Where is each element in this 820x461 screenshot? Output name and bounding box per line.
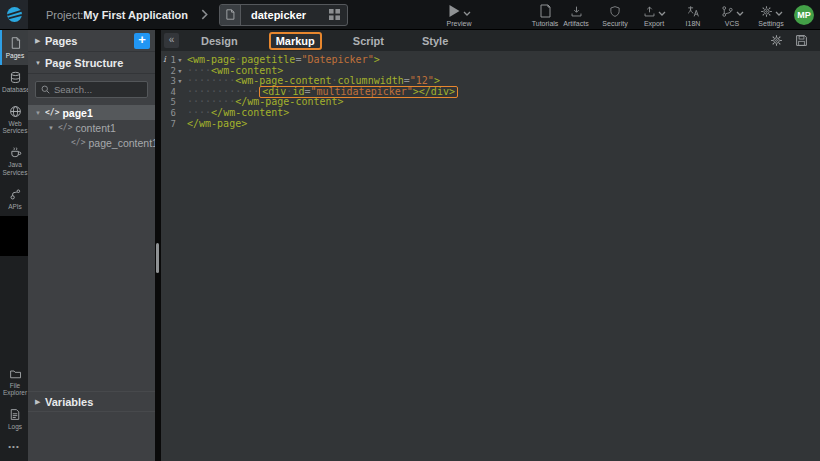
fold-caret-icon[interactable]: ▼ bbox=[176, 76, 184, 87]
chevron-down-icon[interactable] bbox=[736, 11, 744, 17]
caret-down-icon[interactable]: ▼ bbox=[47, 125, 55, 131]
code-indent: ···· bbox=[187, 65, 211, 76]
file-explorer-icon bbox=[9, 368, 22, 380]
tab-markup[interactable]: Markup bbox=[269, 32, 322, 50]
tree-item-page1[interactable]: ▼ </> page1 bbox=[28, 105, 155, 120]
sidebar-item-label: Web Services bbox=[2, 120, 28, 136]
caret-down-icon[interactable]: ▼ bbox=[34, 110, 42, 116]
code-token: ></div> bbox=[413, 86, 455, 97]
line-number: 2 bbox=[168, 66, 176, 77]
code-token: > bbox=[374, 54, 380, 65]
widget-node-icon: </> bbox=[45, 108, 59, 117]
code-token: <wm-page-content bbox=[235, 75, 331, 86]
chevron-down-icon[interactable] bbox=[463, 11, 471, 17]
settings-button[interactable]: Settings bbox=[756, 3, 786, 27]
page-structure-tree: ▼ </> page1▼ </> content1 </> page_conte… bbox=[28, 105, 155, 150]
gear-icon[interactable] bbox=[770, 34, 783, 47]
caret-right-icon: ▶ bbox=[35, 398, 45, 406]
i18n-icon bbox=[687, 5, 700, 18]
vcs-icon bbox=[721, 5, 734, 18]
sidebar-item-pages[interactable]: Pages bbox=[0, 30, 28, 65]
web-services-icon bbox=[9, 105, 22, 118]
artifacts-button[interactable]: Artifacts bbox=[561, 3, 591, 27]
artifacts-icon bbox=[570, 5, 583, 18]
i18n-button[interactable]: I18N bbox=[678, 3, 708, 27]
document-icon bbox=[220, 4, 241, 26]
gutter: 4 bbox=[161, 87, 185, 98]
info-icon: i bbox=[161, 55, 168, 66]
pages-section-title: Pages bbox=[45, 35, 134, 47]
code-token: </wm-page> bbox=[187, 118, 247, 129]
project-label: Project: bbox=[46, 9, 83, 21]
fold-caret-icon[interactable]: ▼ bbox=[176, 66, 184, 77]
code-token: "12" bbox=[410, 75, 434, 86]
sidebar-item-java-services[interactable]: Java Services bbox=[0, 140, 28, 182]
apis-icon bbox=[9, 188, 22, 201]
sidebar-item-label: File Explorer bbox=[2, 382, 28, 398]
chevron-down-icon[interactable] bbox=[775, 11, 783, 17]
action-label: Artifacts bbox=[563, 20, 588, 27]
panel-resize-handle[interactable] bbox=[156, 243, 159, 273]
settings-icon bbox=[760, 5, 773, 18]
vcs-button[interactable]: VCS bbox=[717, 3, 747, 27]
project-breadcrumb: Project:My First Application bbox=[46, 9, 188, 21]
open-page-tab-datepicker[interactable]: datepicker bbox=[219, 4, 348, 26]
line-number: 3 bbox=[168, 76, 176, 87]
code-indent: ········ bbox=[187, 96, 235, 107]
tree-item-page_content1[interactable]: </> page_content1 bbox=[28, 135, 155, 150]
add-page-button[interactable]: + bbox=[134, 33, 150, 49]
tab-script[interactable]: Script bbox=[346, 32, 391, 50]
project-name: My First Application bbox=[83, 9, 188, 21]
fold-caret-icon[interactable]: ▼ bbox=[176, 55, 184, 66]
preview-button[interactable]: Preview bbox=[444, 3, 474, 27]
wavemaker-logo-icon[interactable] bbox=[0, 0, 28, 29]
line-number: 4 bbox=[168, 87, 176, 98]
action-label: Security bbox=[602, 20, 627, 27]
databases-icon bbox=[9, 71, 22, 84]
export-button[interactable]: Export bbox=[639, 3, 669, 27]
tab-design[interactable]: Design bbox=[194, 32, 245, 50]
code-line-7: 7 </wm-page> bbox=[161, 119, 820, 130]
tutorials-button[interactable]: Tutorials bbox=[530, 3, 560, 27]
code-token: columnwidth bbox=[338, 75, 404, 86]
code-token: </wm-page-content> bbox=[235, 96, 343, 107]
code-indent: ···· bbox=[187, 107, 211, 118]
security-button[interactable]: Security bbox=[600, 3, 630, 27]
line-number: 6 bbox=[168, 108, 176, 119]
user-avatar[interactable]: MP bbox=[794, 5, 814, 25]
markup-code-editor[interactable]: i 1 ▼ <wm-page·pagetitle="Datepicker"> 2… bbox=[161, 51, 820, 461]
editor-tab-bar: « DesignMarkupScriptStyle bbox=[161, 30, 820, 51]
variables-section-header[interactable]: ▶ Variables bbox=[28, 391, 155, 412]
sidebar-item-apis[interactable]: APIs bbox=[0, 182, 28, 216]
search-input[interactable] bbox=[54, 84, 142, 95]
code-token: > bbox=[434, 75, 440, 86]
page-structure-header[interactable]: ▼ Page Structure bbox=[28, 52, 155, 74]
save-icon[interactable] bbox=[795, 34, 808, 47]
tab-style[interactable]: Style bbox=[415, 32, 455, 50]
sidebar-item-logs[interactable]: Logs bbox=[0, 402, 28, 436]
sidebar-item-databases[interactable]: Databases bbox=[0, 65, 28, 99]
sidebar-more-button[interactable]: ••• bbox=[0, 436, 28, 461]
tree-item-content1[interactable]: ▼ </> content1 bbox=[28, 120, 155, 135]
sidebar-item-web-services[interactable]: Web Services bbox=[0, 99, 28, 141]
sidebar-item-label: Databases bbox=[2, 86, 28, 94]
caret-right-icon: ▶ bbox=[35, 37, 45, 45]
code-text: </wm-page> bbox=[187, 119, 247, 130]
tutorials-label: Tutorials bbox=[532, 20, 559, 27]
code-line-6: 6 ····</wm-content> bbox=[161, 108, 820, 119]
line-number: 7 bbox=[168, 119, 176, 130]
tree-item-label: content1 bbox=[75, 122, 115, 134]
action-label: I18N bbox=[686, 20, 701, 27]
code-token: "Datepicker" bbox=[301, 54, 373, 65]
pages-section-header[interactable]: ▶ Pages + bbox=[28, 30, 155, 52]
grid-icon[interactable] bbox=[322, 9, 347, 20]
chevron-down-icon[interactable] bbox=[658, 11, 666, 17]
editor-tabs: DesignMarkupScriptStyle bbox=[194, 32, 455, 50]
collapse-panel-button[interactable]: « bbox=[164, 33, 179, 48]
sidebar-item-file-explorer[interactable]: File Explorer bbox=[0, 362, 28, 403]
widget-node-icon: </> bbox=[71, 138, 85, 147]
code-token: pagetitle bbox=[241, 54, 295, 65]
caret-down-icon: ▼ bbox=[35, 60, 45, 66]
code-token: <wm-content> bbox=[211, 65, 283, 76]
code-token: <wm-page bbox=[187, 54, 235, 65]
